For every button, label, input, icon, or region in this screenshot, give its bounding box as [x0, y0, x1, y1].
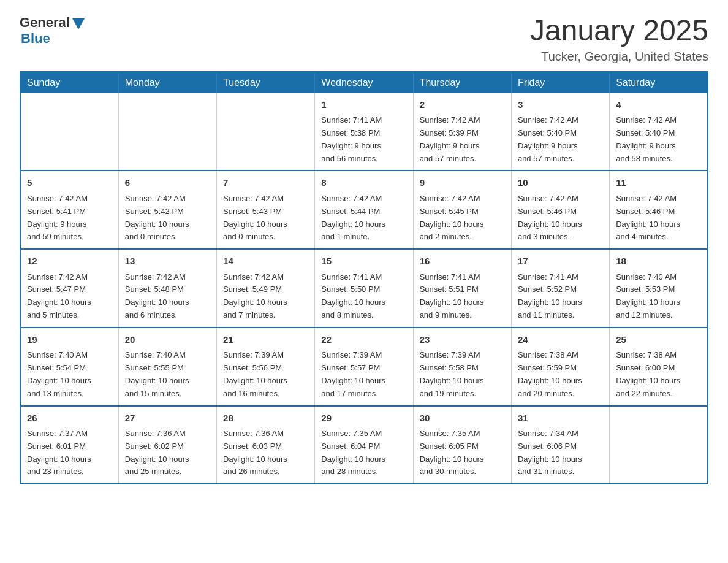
- day-number: 27: [125, 412, 210, 426]
- day-number: 28: [223, 412, 308, 426]
- day-info: Sunrise: 7:42 AM Sunset: 5:49 PM Dayligh…: [223, 272, 287, 320]
- page-header: General Blue January 2025 Tucker, Georgi…: [20, 15, 708, 64]
- logo-blue-text: Blue: [21, 31, 50, 47]
- logo-general-text: General: [20, 15, 70, 31]
- calendar-cell: 17Sunrise: 7:41 AM Sunset: 5:52 PM Dayli…: [511, 249, 609, 327]
- day-number: 14: [223, 255, 308, 269]
- day-number: 22: [321, 333, 406, 347]
- calendar-cell: 19Sunrise: 7:40 AM Sunset: 5:54 PM Dayli…: [20, 327, 118, 406]
- day-info: Sunrise: 7:36 AM Sunset: 6:03 PM Dayligh…: [223, 429, 287, 476]
- calendar-cell: [118, 93, 216, 171]
- calendar-table: SundayMondayTuesdayWednesdayThursdayFrid…: [20, 71, 708, 484]
- day-info: Sunrise: 7:41 AM Sunset: 5:52 PM Dayligh…: [518, 272, 582, 320]
- weekday-header-tuesday: Tuesday: [217, 72, 315, 93]
- weekday-header-sunday: Sunday: [20, 72, 118, 93]
- day-number: 13: [125, 255, 210, 269]
- day-info: Sunrise: 7:42 AM Sunset: 5:40 PM Dayligh…: [616, 115, 677, 163]
- day-info: Sunrise: 7:42 AM Sunset: 5:45 PM Dayligh…: [420, 194, 484, 241]
- calendar-cell: [20, 93, 118, 171]
- day-info: Sunrise: 7:40 AM Sunset: 5:55 PM Dayligh…: [125, 350, 189, 397]
- day-number: 23: [420, 333, 505, 347]
- calendar-cell: 13Sunrise: 7:42 AM Sunset: 5:48 PM Dayli…: [118, 249, 216, 327]
- day-number: 1: [321, 98, 406, 112]
- calendar-header-row: SundayMondayTuesdayWednesdayThursdayFrid…: [20, 72, 708, 93]
- weekday-header-wednesday: Wednesday: [315, 72, 413, 93]
- calendar-cell: 11Sunrise: 7:42 AM Sunset: 5:46 PM Dayli…: [610, 170, 708, 249]
- day-number: 7: [223, 176, 308, 190]
- weekday-header-monday: Monday: [118, 72, 216, 93]
- day-number: 3: [518, 98, 603, 112]
- calendar-week-row: 12Sunrise: 7:42 AM Sunset: 5:47 PM Dayli…: [20, 249, 708, 327]
- weekday-header-friday: Friday: [511, 72, 609, 93]
- day-info: Sunrise: 7:42 AM Sunset: 5:42 PM Dayligh…: [125, 194, 189, 241]
- day-info: Sunrise: 7:39 AM Sunset: 5:58 PM Dayligh…: [420, 350, 484, 397]
- title-section: January 2025 Tucker, Georgia, United Sta…: [530, 15, 708, 64]
- day-number: 26: [27, 412, 112, 426]
- day-number: 10: [518, 176, 603, 190]
- calendar-cell: 20Sunrise: 7:40 AM Sunset: 5:55 PM Dayli…: [118, 327, 216, 406]
- day-number: 12: [27, 255, 112, 269]
- day-info: Sunrise: 7:42 AM Sunset: 5:39 PM Dayligh…: [420, 115, 480, 163]
- day-info: Sunrise: 7:38 AM Sunset: 5:59 PM Dayligh…: [518, 350, 582, 397]
- calendar-cell: 1Sunrise: 7:41 AM Sunset: 5:38 PM Daylig…: [315, 93, 413, 171]
- calendar-week-row: 1Sunrise: 7:41 AM Sunset: 5:38 PM Daylig…: [20, 93, 708, 171]
- calendar-week-row: 19Sunrise: 7:40 AM Sunset: 5:54 PM Dayli…: [20, 327, 708, 406]
- day-number: 15: [321, 255, 406, 269]
- calendar-cell: 23Sunrise: 7:39 AM Sunset: 5:58 PM Dayli…: [413, 327, 511, 406]
- day-number: 16: [420, 255, 505, 269]
- calendar-cell: 10Sunrise: 7:42 AM Sunset: 5:46 PM Dayli…: [511, 170, 609, 249]
- calendar-cell: 15Sunrise: 7:41 AM Sunset: 5:50 PM Dayli…: [315, 249, 413, 327]
- day-info: Sunrise: 7:40 AM Sunset: 5:53 PM Dayligh…: [616, 272, 680, 320]
- day-number: 30: [420, 412, 505, 426]
- calendar-cell: 16Sunrise: 7:41 AM Sunset: 5:51 PM Dayli…: [413, 249, 511, 327]
- day-info: Sunrise: 7:35 AM Sunset: 6:05 PM Dayligh…: [420, 429, 484, 476]
- calendar-cell: 18Sunrise: 7:40 AM Sunset: 5:53 PM Dayli…: [610, 249, 708, 327]
- calendar-cell: 28Sunrise: 7:36 AM Sunset: 6:03 PM Dayli…: [217, 406, 315, 484]
- logo: General Blue: [20, 15, 85, 47]
- day-info: Sunrise: 7:42 AM Sunset: 5:40 PM Dayligh…: [518, 115, 578, 163]
- day-info: Sunrise: 7:38 AM Sunset: 6:00 PM Dayligh…: [616, 350, 680, 397]
- weekday-header-saturday: Saturday: [610, 72, 708, 93]
- day-number: 2: [420, 98, 505, 112]
- day-number: 25: [616, 333, 701, 347]
- logo-triangle-icon: [72, 18, 85, 29]
- day-info: Sunrise: 7:41 AM Sunset: 5:38 PM Dayligh…: [321, 115, 382, 163]
- day-info: Sunrise: 7:42 AM Sunset: 5:43 PM Dayligh…: [223, 194, 287, 241]
- calendar-week-row: 5Sunrise: 7:42 AM Sunset: 5:41 PM Daylig…: [20, 170, 708, 249]
- day-info: Sunrise: 7:36 AM Sunset: 6:02 PM Dayligh…: [125, 429, 189, 476]
- day-info: Sunrise: 7:41 AM Sunset: 5:50 PM Dayligh…: [321, 272, 385, 320]
- calendar-cell: 12Sunrise: 7:42 AM Sunset: 5:47 PM Dayli…: [20, 249, 118, 327]
- calendar-cell: 5Sunrise: 7:42 AM Sunset: 5:41 PM Daylig…: [20, 170, 118, 249]
- day-info: Sunrise: 7:41 AM Sunset: 5:51 PM Dayligh…: [420, 272, 484, 320]
- calendar-cell: 7Sunrise: 7:42 AM Sunset: 5:43 PM Daylig…: [217, 170, 315, 249]
- day-info: Sunrise: 7:42 AM Sunset: 5:46 PM Dayligh…: [616, 194, 680, 241]
- day-number: 31: [518, 412, 603, 426]
- month-title: January 2025: [530, 15, 708, 47]
- day-number: 8: [321, 176, 406, 190]
- day-number: 20: [125, 333, 210, 347]
- day-info: Sunrise: 7:34 AM Sunset: 6:06 PM Dayligh…: [518, 429, 582, 476]
- day-number: 11: [616, 176, 701, 190]
- day-number: 24: [518, 333, 603, 347]
- day-number: 19: [27, 333, 112, 347]
- day-info: Sunrise: 7:35 AM Sunset: 6:04 PM Dayligh…: [321, 429, 385, 476]
- day-number: 5: [27, 176, 112, 190]
- calendar-cell: 3Sunrise: 7:42 AM Sunset: 5:40 PM Daylig…: [511, 93, 609, 171]
- day-info: Sunrise: 7:42 AM Sunset: 5:47 PM Dayligh…: [27, 272, 91, 320]
- day-info: Sunrise: 7:42 AM Sunset: 5:44 PM Dayligh…: [321, 194, 385, 241]
- day-number: 6: [125, 176, 210, 190]
- calendar-cell: 27Sunrise: 7:36 AM Sunset: 6:02 PM Dayli…: [118, 406, 216, 484]
- calendar-cell: 30Sunrise: 7:35 AM Sunset: 6:05 PM Dayli…: [413, 406, 511, 484]
- calendar-cell: 25Sunrise: 7:38 AM Sunset: 6:00 PM Dayli…: [610, 327, 708, 406]
- calendar-cell: 22Sunrise: 7:39 AM Sunset: 5:57 PM Dayli…: [315, 327, 413, 406]
- day-number: 17: [518, 255, 603, 269]
- calendar-cell: 2Sunrise: 7:42 AM Sunset: 5:39 PM Daylig…: [413, 93, 511, 171]
- calendar-cell: 8Sunrise: 7:42 AM Sunset: 5:44 PM Daylig…: [315, 170, 413, 249]
- calendar-cell: 6Sunrise: 7:42 AM Sunset: 5:42 PM Daylig…: [118, 170, 216, 249]
- day-info: Sunrise: 7:37 AM Sunset: 6:01 PM Dayligh…: [27, 429, 91, 476]
- calendar-cell: 9Sunrise: 7:42 AM Sunset: 5:45 PM Daylig…: [413, 170, 511, 249]
- day-info: Sunrise: 7:42 AM Sunset: 5:41 PM Dayligh…: [27, 194, 88, 241]
- calendar-cell: 14Sunrise: 7:42 AM Sunset: 5:49 PM Dayli…: [217, 249, 315, 327]
- calendar-cell: [610, 406, 708, 484]
- day-info: Sunrise: 7:39 AM Sunset: 5:56 PM Dayligh…: [223, 350, 287, 397]
